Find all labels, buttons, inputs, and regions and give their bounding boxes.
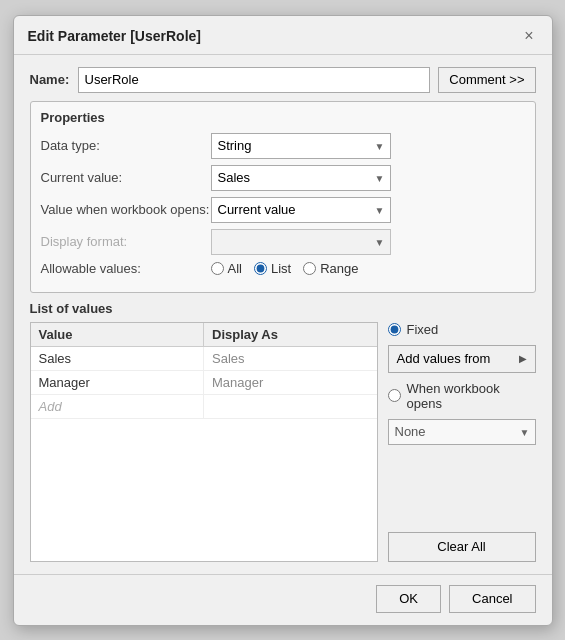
right-panel: Fixed Add values from ▶ When workbook op… — [388, 322, 536, 562]
value-when-opens-select[interactable]: Current value Prompt user Null — [211, 197, 391, 223]
data-type-row: Data type: String Integer Float Boolean … — [41, 133, 525, 159]
properties-group: Properties Data type: String Integer Flo… — [30, 101, 536, 293]
radio-list-label: List — [271, 261, 291, 276]
table-cell-display-1: Manager — [204, 371, 377, 394]
data-type-label: Data type: — [41, 138, 211, 153]
value-when-opens-select-wrapper: Current value Prompt user Null ▼ — [211, 197, 391, 223]
add-values-arrow-icon: ▶ — [519, 353, 527, 364]
display-format-label: Display format: — [41, 234, 211, 249]
value-when-opens-label: Value when workbook opens: — [41, 202, 211, 217]
none-select-wrapper: None ▼ — [388, 419, 536, 445]
name-label: Name: — [30, 72, 70, 87]
list-of-values-section: List of values Value Display As Sales Sa… — [30, 301, 536, 562]
radio-range-label: Range — [320, 261, 358, 276]
table-cell-value-1: Manager — [31, 371, 205, 394]
display-format-select[interactable] — [211, 229, 391, 255]
ok-button[interactable]: OK — [376, 585, 441, 613]
title-bar: Edit Parameter [UserRole] × — [14, 16, 552, 55]
allowable-values-radio-group: All List Range — [211, 261, 359, 276]
name-input[interactable] — [78, 67, 431, 93]
radio-all[interactable]: All — [211, 261, 242, 276]
current-value-label: Current value: — [41, 170, 211, 185]
data-type-select-wrapper: String Integer Float Boolean Date ▼ — [211, 133, 391, 159]
comment-button[interactable]: Comment >> — [438, 67, 535, 93]
properties-group-label: Properties — [41, 110, 525, 125]
list-of-values-label: List of values — [30, 301, 536, 316]
cancel-button[interactable]: Cancel — [449, 585, 535, 613]
current-value-select[interactable]: Sales Manager — [211, 165, 391, 191]
allowable-values-label: Allowable values: — [41, 261, 211, 276]
when-opens-radio-input[interactable] — [388, 389, 401, 402]
allowable-values-row: Allowable values: All List Range — [41, 261, 525, 276]
add-values-from-label: Add values from — [397, 351, 491, 366]
radio-range-input[interactable] — [303, 262, 316, 275]
radio-list-input[interactable] — [254, 262, 267, 275]
radio-all-label: All — [228, 261, 242, 276]
fixed-row: Fixed — [388, 322, 536, 337]
clear-all-button[interactable]: Clear All — [388, 532, 536, 562]
table-add-placeholder: Add — [31, 395, 205, 418]
data-type-select[interactable]: String Integer Float Boolean Date — [211, 133, 391, 159]
table-row[interactable]: Manager Manager — [31, 371, 377, 395]
when-opens-label: When workbook opens — [407, 381, 536, 411]
dialog-title: Edit Parameter [UserRole] — [28, 28, 202, 44]
fixed-radio-input[interactable] — [388, 323, 401, 336]
table-cell-value-0: Sales — [31, 347, 205, 370]
close-button[interactable]: × — [520, 26, 537, 46]
edit-parameter-dialog: Edit Parameter [UserRole] × Name: Commen… — [13, 15, 553, 626]
display-format-select-wrapper: ▼ — [211, 229, 391, 255]
list-content: Value Display As Sales Sales Manager Man… — [30, 322, 536, 562]
value-when-opens-row: Value when workbook opens: Current value… — [41, 197, 525, 223]
table-add-row[interactable]: Add — [31, 395, 377, 419]
table-row[interactable]: Sales Sales — [31, 347, 377, 371]
dialog-body: Name: Comment >> Properties Data type: S… — [14, 55, 552, 574]
values-table: Value Display As Sales Sales Manager Man… — [30, 322, 378, 562]
add-values-from-button[interactable]: Add values from ▶ — [388, 345, 536, 373]
radio-list[interactable]: List — [254, 261, 291, 276]
table-header: Value Display As — [31, 323, 377, 347]
table-header-display: Display As — [204, 323, 377, 346]
table-add-display — [204, 395, 377, 418]
radio-all-input[interactable] — [211, 262, 224, 275]
table-cell-display-0: Sales — [204, 347, 377, 370]
fixed-label: Fixed — [407, 322, 439, 337]
table-body: Sales Sales Manager Manager Add — [31, 347, 377, 561]
table-header-value: Value — [31, 323, 205, 346]
name-row: Name: Comment >> — [30, 67, 536, 93]
dialog-footer: OK Cancel — [14, 574, 552, 625]
current-value-select-wrapper: Sales Manager ▼ — [211, 165, 391, 191]
none-select[interactable]: None — [388, 419, 536, 445]
current-value-row: Current value: Sales Manager ▼ — [41, 165, 525, 191]
when-workbook-opens-row: When workbook opens — [388, 381, 536, 411]
radio-range[interactable]: Range — [303, 261, 358, 276]
display-format-row: Display format: ▼ — [41, 229, 525, 255]
